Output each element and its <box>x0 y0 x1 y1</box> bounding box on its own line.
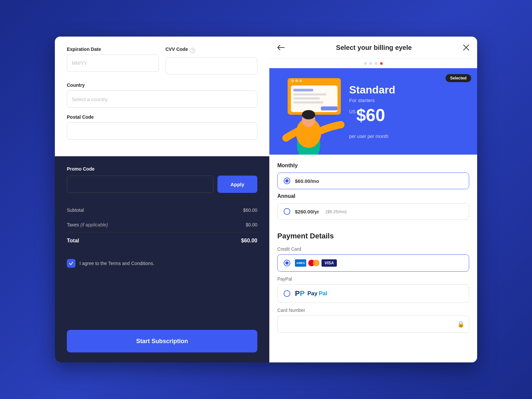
paypal-option: PayPal P P PayPal <box>277 276 469 303</box>
svg-rect-9 <box>293 93 327 95</box>
cvv-input[interactable] <box>166 57 258 74</box>
svg-rect-10 <box>293 97 320 99</box>
card-number-section: Card Number 🔒 <box>277 308 469 333</box>
annual-savings: ($8.25/mo) <box>326 209 347 214</box>
terms-checkbox[interactable] <box>67 259 75 268</box>
paypal-text2: Pal <box>319 290 328 297</box>
grand-total-row: Total $60.00 <box>67 232 257 249</box>
left-bottom-section: Promo Code Apply Subtotal $60.00 Taxes (… <box>55 156 269 362</box>
plan-price: US $60 <box>349 106 469 124</box>
svg-point-6 <box>299 79 302 82</box>
paypal-box[interactable]: P P PayPal <box>277 284 469 303</box>
plan-card: Standard For starters US $60 per user pe… <box>269 68 477 155</box>
right-panel: Select your billing eyele <box>269 37 477 362</box>
payment-section: Payment Details Credit Card AMEX VISA <box>269 232 477 341</box>
terms-row: I agree to the Terms and Conditions. <box>67 259 257 268</box>
dot-1 <box>364 62 367 65</box>
visa-logo: VISA <box>322 259 337 267</box>
subtotal-row: Subtotal $60.00 <box>67 203 257 217</box>
billing-section: Monthly $60.00/mo Annual $260.00/yr ($8.… <box>269 155 477 232</box>
country-label: Country <box>67 82 257 88</box>
svg-point-4 <box>291 79 294 82</box>
promo-label: Promo Code <box>67 166 257 172</box>
postal-code-input[interactable] <box>67 122 257 140</box>
dot-4-active <box>380 62 383 65</box>
payment-details-title: Payment Details <box>277 232 469 240</box>
progress-dots <box>269 59 477 68</box>
credit-card-radio-inner <box>285 261 289 265</box>
promo-row: Apply <box>67 176 257 193</box>
main-container: Expiration Date CVV Code ? Country Selec… <box>55 37 477 362</box>
price-amount: $60 <box>356 106 385 124</box>
right-header: Select your billing eyele <box>269 37 477 59</box>
annual-price: $260.00/yr <box>295 209 319 214</box>
mc-circle-right <box>313 260 320 266</box>
country-select[interactable]: Select a country <box>67 90 257 108</box>
expiration-group: Expiration Date <box>67 47 159 74</box>
subtotal-label: Subtotal <box>67 207 84 213</box>
monthly-option[interactable]: $60.00/mo <box>277 173 469 189</box>
card-number-input-wrap: 🔒 <box>277 316 469 333</box>
card-number-input[interactable] <box>277 316 469 333</box>
cvv-info-icon[interactable]: ? <box>190 48 195 53</box>
monthly-price: $60.00/mo <box>295 178 319 184</box>
monthly-radio-inner <box>285 179 289 183</box>
dot-3 <box>375 62 377 65</box>
left-panel: Expiration Date CVV Code ? Country Selec… <box>55 37 269 362</box>
postal-code-label: Postal Code <box>67 114 257 120</box>
monthly-label: Monthly <box>277 163 469 169</box>
svg-rect-11 <box>293 101 323 103</box>
paypal-radio <box>284 290 290 297</box>
paypal-label: PayPal <box>277 276 469 282</box>
back-button[interactable] <box>277 45 285 50</box>
credit-card-box[interactable]: AMEX VISA <box>277 254 469 272</box>
dot-2 <box>369 62 372 65</box>
credit-card-label: Credit Card <box>277 246 469 252</box>
lock-icon: 🔒 <box>457 321 465 328</box>
card-logos: AMEX VISA <box>295 259 337 267</box>
taxes-value: $0.00 <box>246 222 257 227</box>
selected-badge: Selected <box>446 74 471 82</box>
close-button[interactable] <box>463 45 469 51</box>
promo-section: Promo Code Apply <box>67 166 257 203</box>
taxes-row: Taxes (if applicable) $0.00 <box>67 217 257 232</box>
postal-code-group: Postal Code <box>67 114 257 140</box>
plan-illustration <box>269 68 349 155</box>
cvv-label-row: CVV Code ? <box>166 47 258 55</box>
apply-button[interactable]: Apply <box>217 176 257 193</box>
svg-rect-12 <box>321 106 337 110</box>
paypal-text1: Pay <box>307 290 317 297</box>
start-subscription-button[interactable]: Start Subscription <box>67 330 257 352</box>
svg-rect-8 <box>293 89 313 91</box>
taxes-note: (if applicable) <box>80 222 108 227</box>
paypal-icon-p2: P <box>300 289 305 298</box>
annual-label: Annual <box>277 193 469 199</box>
monthly-radio <box>284 178 290 184</box>
paypal-logo: P P PayPal <box>295 289 327 298</box>
header-title: Select your billing eyele <box>336 43 412 52</box>
expiration-cvv-row: Expiration Date CVV Code ? <box>67 47 257 74</box>
mastercard-logo <box>308 259 320 267</box>
cvv-label: CVV Code <box>166 47 188 52</box>
expiration-input[interactable] <box>67 55 159 72</box>
expiration-label: Expiration Date <box>67 47 159 52</box>
credit-card-option: Credit Card AMEX VISA <box>277 246 469 272</box>
plan-subtitle: For starters <box>349 97 469 103</box>
taxes-label: Taxes (if applicable) <box>67 222 108 227</box>
annual-option[interactable]: $260.00/yr ($8.25/mo) <box>277 203 469 220</box>
terms-text: I agree to the Terms and Conditions. <box>79 261 154 266</box>
totals-section: Subtotal $60.00 Taxes (if applicable) $0… <box>67 203 257 249</box>
subtotal-value: $60.00 <box>243 207 257 213</box>
price-period: per user per month <box>349 134 469 139</box>
left-top-form: Expiration Date CVV Code ? Country Selec… <box>55 37 269 156</box>
promo-input[interactable] <box>67 176 213 193</box>
credit-card-radio <box>284 260 290 266</box>
plan-name: Standard <box>349 84 469 96</box>
card-number-label: Card Number <box>277 308 469 313</box>
paypal-icon-p1: P <box>295 289 300 298</box>
svg-point-5 <box>295 79 298 82</box>
amex-logo: AMEX <box>295 259 306 267</box>
cvv-group: CVV Code ? <box>166 47 258 74</box>
annual-radio <box>284 208 290 215</box>
price-currency: US <box>349 109 355 114</box>
